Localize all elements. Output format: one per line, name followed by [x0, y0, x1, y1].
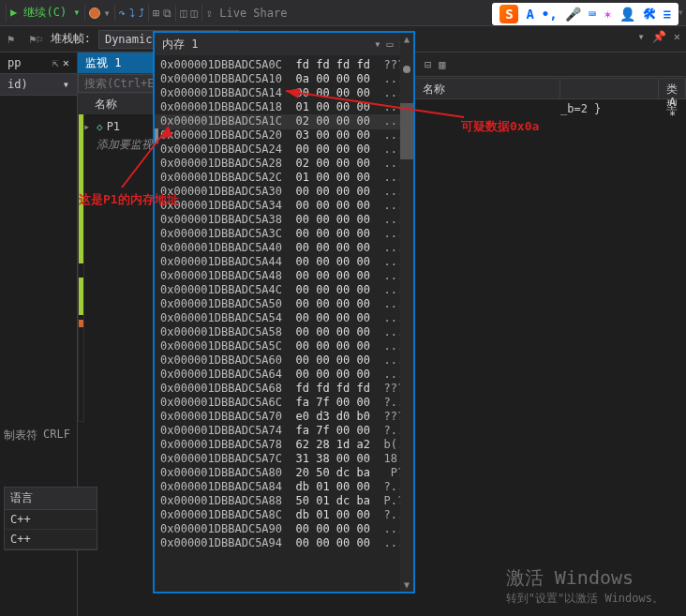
memory-row[interactable]: 0x000001DBBADC5A5C 00 00 00 00 .... — [160, 339, 408, 353]
memory-row[interactable]: 0x000001DBBADC5A30 00 00 00 00 .... — [160, 185, 408, 199]
memory-panel-title: 内存 1 — [162, 37, 198, 53]
step-into-icon[interactable]: ↷ — [119, 7, 126, 20]
memory-row[interactable]: 0x000001DBBADC5A60 00 00 00 00 .... — [160, 353, 408, 368]
file-tab[interactable]: pp ⇱ ✕ — [0, 53, 77, 74]
memory-row[interactable]: 0x000001DBBADC5A44 00 00 00 00 .... — [160, 255, 408, 269]
dropdown-id[interactable]: id)▾ — [0, 74, 77, 96]
ime-agent-icon[interactable]: ✶ — [604, 7, 611, 22]
ime-letter: A — [526, 7, 533, 22]
watch-item-label: P1 — [107, 120, 120, 133]
annotation-right: 可疑数据0x0a — [461, 118, 539, 135]
memory-row[interactable]: 0x000001DBBADC5A80 20 50 dc ba P?? — [160, 466, 408, 480]
close-icon[interactable]: ✕ — [674, 30, 680, 43]
memory-row[interactable]: 0x000001DBBADC5A70 e0 d3 d0 b0 ???? — [160, 410, 408, 424]
memory-row[interactable]: 0x000001DBBADC5A48 00 00 00 00 .... — [160, 269, 408, 283]
memory-row[interactable]: 0x000001DBBADC5A7C 31 38 00 00 18.. — [160, 452, 408, 466]
language-row[interactable]: C++ — [5, 510, 97, 530]
memory-row[interactable]: 0x000001DBBADC5A78 62 28 1d a2 b(.? — [160, 438, 408, 452]
memory-row[interactable]: 0x000001DBBADC5A14 00 00 00 00 .... — [160, 86, 408, 100]
status-tabs[interactable]: 制表符 — [4, 428, 37, 443]
memory-row[interactable]: 0x000001DBBADC5A68 fd fd fd fd ???? — [160, 382, 408, 396]
memory-row[interactable]: 0x000001DBBADC5A54 00 00 00 00 .... — [160, 311, 408, 325]
window-dropdown-icon[interactable]: ▾ — [374, 38, 380, 51]
memory-row[interactable]: 0x000001DBBADC5A3C 00 00 00 00 .... — [160, 227, 408, 241]
pin-icon[interactable]: ⇱ — [52, 56, 59, 69]
step-out-icon[interactable]: ⤴ — [139, 7, 144, 20]
step-over-icon[interactable]: ⤵ — [129, 7, 135, 20]
language-header[interactable]: 语言 — [5, 488, 97, 510]
col-name-header[interactable]: 名称 — [415, 79, 560, 98]
memory-row[interactable]: 0x000001DBBADC5A2C 01 00 00 00 .... — [160, 171, 408, 185]
toolbar-icon[interactable]: ⊞ — [153, 7, 159, 20]
pin-icon[interactable]: 📌 — [652, 30, 666, 43]
variable-row[interactable]: _b=2 } A * — [415, 99, 686, 118]
ime-keyboard-icon[interactable]: ⌨ — [589, 7, 596, 22]
memory-row[interactable]: 0x000001DBBADC5A0C fd fd fd fd ???? — [160, 58, 408, 72]
sogou-logo-icon: S — [500, 5, 518, 23]
toolbar-icon[interactable]: ⧉ — [163, 7, 172, 20]
memory-row[interactable]: 0x000001DBBADC5A90 00 00 00 00 .... — [160, 522, 408, 536]
memory-row[interactable]: 0x000001DBBADC5A58 00 00 00 00 .... — [160, 325, 408, 339]
memory-row[interactable]: 0x000001DBBADC5A6C fa 7f 00 00 ?... — [160, 396, 408, 410]
status-bar: 制表符 CRLF — [4, 428, 70, 443]
ime-tools-icon[interactable]: 🛠 — [643, 7, 656, 22]
ime-toolbar[interactable]: S A •, 🎤 ⌨ ✶ 👤 🛠 ≡ — [492, 3, 679, 25]
memory-row[interactable]: 0x000001DBBADC5A28 02 00 00 00 .... — [160, 157, 408, 171]
ime-punct-icon[interactable]: •, — [542, 7, 558, 22]
memory-row[interactable]: 0x000001DBBADC5A74 fa 7f 00 00 ?... — [160, 424, 408, 438]
col-value-header[interactable] — [560, 79, 659, 98]
variable-icon: ◇ — [97, 121, 103, 133]
memory-panel: 内存 1 ▾ ▭ ✕ 0x000001DBBADC5A0C fd fd fd f… — [153, 31, 415, 593]
memory-row[interactable]: 0x000001DBBADC5A20 03 00 00 00 .... — [160, 128, 408, 143]
memory-row[interactable]: 0x000001DBBADC5A8C db 01 00 00 ?... — [160, 508, 408, 522]
memory-row[interactable]: 0x000001DBBADC5A40 00 00 00 00 .... — [160, 241, 408, 255]
toolbar-icon[interactable]: ◫ — [191, 7, 198, 20]
flag-group-icon[interactable]: ⚑⚐ — [29, 33, 42, 46]
breakpoint-toggle-icon[interactable] — [89, 8, 100, 19]
stackframe-label: 堆栈帧: — [51, 31, 91, 47]
maximize-icon[interactable]: ▭ — [387, 38, 394, 51]
memory-row[interactable]: 0x000001DBBADC5A38 00 00 00 00 .... — [160, 213, 408, 227]
status-crlf[interactable]: CRLF — [43, 428, 70, 443]
memory-row[interactable]: 0x000001DBBADC5A18 01 00 00 00 .... — [160, 100, 408, 114]
memory-row[interactable]: 0x000001DBBADC5A94 00 00 00 00 .... — [160, 536, 408, 550]
memory-scrollbar[interactable]: ▲ ▼ — [400, 33, 413, 592]
memory-row[interactable]: 0x000001DBBADC5A84 db 01 00 00 ?... — [160, 480, 408, 494]
ime-menu-icon[interactable]: ≡ — [664, 7, 671, 22]
toolbar-icon[interactable]: ◫ — [180, 7, 186, 20]
ime-mic-icon[interactable]: 🎤 — [565, 7, 581, 22]
memory-row[interactable]: 0x000001DBBADC5A88 50 01 dc ba P.?? — [160, 494, 408, 508]
continue-button[interactable]: ▶ 继续(C) ▾ — [10, 5, 81, 21]
memory-row[interactable]: 0x000001DBBADC5A10 0a 00 00 00 .... — [160, 72, 408, 86]
live-share-button[interactable]: ⇪ Live Share — [206, 7, 288, 20]
toolbar-icon[interactable]: ⊟ — [425, 58, 431, 71]
close-icon[interactable]: ✕ — [63, 56, 69, 69]
scrollbar-thumb[interactable] — [400, 103, 413, 159]
variable-header: 名称 类型 — [415, 79, 686, 99]
memory-row[interactable]: 0x000001DBBADC5A4C 00 00 00 00 .... — [160, 283, 408, 297]
toolbar-icon[interactable]: ▦ — [439, 58, 445, 71]
memory-selected-row — [155, 114, 413, 129]
language-row[interactable]: C++ — [5, 530, 97, 549]
memory-row[interactable]: 0x000001DBBADC5A50 00 00 00 00 .... — [160, 297, 408, 311]
language-panel: 语言 C++ C++ — [4, 487, 97, 550]
dropdown-icon[interactable]: ▾ — [638, 30, 645, 43]
memory-row[interactable]: 0x000001DBBADC5A34 00 00 00 00 .... — [160, 199, 408, 213]
flag-icon[interactable]: ⚑ — [7, 33, 14, 46]
memory-row[interactable]: 0x000001DBBADC5A24 00 00 00 00 .... — [160, 143, 408, 157]
annotation-left: 这是P1的内存地址 — [79, 191, 179, 208]
activate-windows-watermark: 激活 Windows 转到"设置"以激活 Windows。 — [506, 565, 664, 607]
memory-caret — [155, 128, 158, 143]
memory-row[interactable]: 0x000001DBBADC5A64 00 00 00 00 .... — [160, 368, 408, 382]
ime-account-icon[interactable]: 👤 — [619, 7, 635, 22]
expand-arrow-icon[interactable]: ▸ — [83, 120, 93, 133]
